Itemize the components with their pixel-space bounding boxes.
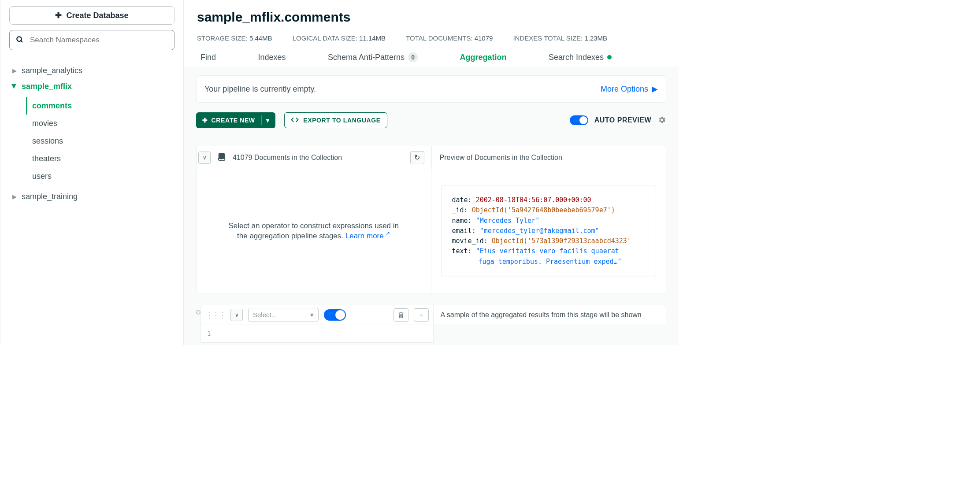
search-namespaces[interactable] — [9, 30, 174, 50]
stage-row: ⋮⋮⋮ ∨ Select... ▾ + — [200, 305, 666, 325]
divider — [261, 115, 262, 125]
collection-list: comments movies sessions theaters users — [26, 97, 174, 185]
collection-label: sessions — [32, 137, 63, 146]
tab-search-indexes[interactable]: Search Indexes — [549, 52, 612, 67]
stage-results-hint: A sample of the aggregated results from … — [441, 311, 642, 319]
doc-key: name: — [452, 217, 472, 225]
doc-value: "Mercedes Tyler" — [476, 217, 540, 225]
svg-point-0 — [17, 37, 22, 41]
search-icon — [16, 36, 24, 45]
doc-key: date: — [452, 196, 472, 204]
drag-handle-icon[interactable]: ⋮⋮⋮ — [205, 310, 225, 320]
collection-label: movies — [32, 119, 57, 128]
database-tree: ▶ sample_analytics ▶ sample_mflix commen… — [9, 63, 174, 204]
delete-stage-button[interactable] — [393, 308, 408, 322]
tab-find[interactable]: Find — [200, 52, 216, 67]
create-new-label: CREATE NEW — [212, 117, 255, 124]
tab-schema[interactable]: Schema Anti-Patterns 0 — [328, 52, 418, 67]
db-row-sample-training[interactable]: ▶ sample_training — [10, 189, 174, 204]
operator-hint: Select an operator to construct expressi… — [197, 169, 431, 293]
more-options-label: More Options — [601, 85, 648, 94]
pipeline-toolbar: ✚ CREATE NEW ▾ EXPORT TO LANGUAGE AUTO — [196, 112, 666, 128]
stat-indexes: INDEXES TOTAL SIZE: 1.23MB — [513, 34, 607, 42]
doc-key: _id: — [452, 206, 468, 214]
stat-value: 11.14MB — [359, 34, 386, 42]
gear-icon[interactable] — [657, 115, 666, 126]
doc-value: 2002-08-18T04:56:07.000+00:00 — [476, 196, 591, 204]
collection-item-comments[interactable]: comments — [26, 97, 174, 115]
database-icon — [218, 152, 226, 163]
operator-select[interactable]: Select... ▾ — [248, 308, 319, 322]
pipeline-source-card: ∨ 41079 Documents in the Collection ↻ — [196, 146, 666, 293]
code-editor-line[interactable]: 1 — [200, 325, 434, 343]
tab-aggregation[interactable]: Aggregation — [460, 52, 506, 67]
db-label: sample_analytics — [22, 66, 82, 75]
plus-icon: ✚ — [202, 117, 208, 124]
line-number: 1 — [207, 330, 211, 337]
stage-enabled-toggle[interactable] — [324, 309, 346, 321]
doc-value: ObjectId('573a1390f29313caabcd4323' — [492, 237, 631, 245]
add-stage-button[interactable]: + — [414, 308, 429, 322]
learn-more-label: Learn more — [345, 232, 384, 240]
tabs: Find Indexes Schema Anti-Patterns 0 Aggr… — [197, 52, 664, 67]
doc-count-suffix: Documents in the Collection — [254, 154, 342, 161]
collection-item-movies[interactable]: movies — [26, 115, 174, 132]
auto-preview-label: AUTO PREVIEW — [594, 116, 651, 124]
select-placeholder: Select... — [253, 311, 277, 318]
collection-item-sessions[interactable]: sessions — [26, 132, 174, 150]
tab-label: Indexes — [258, 53, 286, 62]
stat-label: STORAGE SIZE: — [197, 34, 248, 42]
main-panel: sample_mflix.comments STORAGE SIZE: 5.44… — [184, 0, 679, 345]
stage-collapse-toggle[interactable]: ∨ — [230, 309, 243, 321]
doc-value: "mercedes_tyler@fakegmail.com" — [480, 227, 599, 235]
create-database-button[interactable]: ✚ Create Database — [9, 6, 174, 25]
chevron-right-icon: ▶ — [652, 84, 658, 94]
search-namespaces-input[interactable] — [30, 36, 168, 44]
documents-count: 41079 Documents in the Collection — [233, 154, 342, 162]
preview-heading: Preview of Documents in the Collection — [440, 154, 562, 162]
export-label: EXPORT TO LANGUAGE — [303, 117, 380, 124]
refresh-button[interactable]: ↻ — [410, 151, 424, 164]
learn-more-link[interactable]: Learn more ↗ — [345, 232, 390, 240]
db-row-sample-analytics[interactable]: ▶ sample_analytics — [10, 63, 174, 78]
document-preview: date: 2002-08-18T04:56:07.000+00:00 _id:… — [431, 169, 666, 293]
stat-value: 5.44MB — [249, 34, 272, 42]
sidebar: ✚ Create Database ▶ sample_analytics ▶ s… — [0, 0, 184, 345]
caret-right-icon: ▶ — [11, 193, 18, 200]
collection-header: sample_mflix.comments STORAGE SIZE: 5.44… — [184, 0, 679, 67]
chevron-down-icon: ▾ — [266, 117, 270, 124]
chevron-down-icon: ▾ — [310, 311, 314, 319]
doc-key: email: — [452, 227, 476, 235]
doc-value: fuga temporibus. Praesentium exped…" — [479, 258, 622, 266]
plus-icon: ✚ — [55, 11, 62, 20]
schema-badge: 0 — [408, 52, 418, 62]
export-language-button[interactable]: EXPORT TO LANGUAGE — [284, 112, 387, 128]
more-options-link[interactable]: More Options ▶ — [601, 84, 658, 94]
db-row-sample-mflix[interactable]: ▶ sample_mflix — [10, 78, 174, 94]
caret-down-icon: ▶ — [11, 83, 18, 90]
tab-indexes[interactable]: Indexes — [258, 52, 286, 67]
collapse-toggle[interactable]: ∨ — [198, 152, 211, 164]
doc-value: "Eius veritatis vero facilis quaerat — [476, 247, 619, 255]
tab-label: Search Indexes — [549, 53, 604, 62]
stat-label: TOTAL DOCUMENTS: — [406, 34, 472, 42]
auto-preview-toggle[interactable] — [570, 115, 588, 125]
create-database-label: Create Database — [66, 11, 128, 20]
doc-key: text: — [452, 247, 472, 255]
collection-stats: STORAGE SIZE: 5.44MB LOGICAL DATA SIZE: … — [197, 34, 664, 42]
hint-text: the aggregation pipeline stages. — [237, 232, 343, 240]
collection-item-theaters[interactable]: theaters — [26, 150, 174, 167]
stage-marker-icon — [196, 310, 200, 314]
stat-value: 1.23MB — [584, 34, 607, 42]
db-label: sample_mflix — [22, 82, 72, 91]
stat-docs: TOTAL DOCUMENTS: 41079 — [406, 34, 493, 42]
stat-storage: STORAGE SIZE: 5.44MB — [197, 34, 272, 42]
pipeline-empty-banner: Your pipeline is currently empty. More O… — [196, 75, 666, 103]
stat-logical: LOGICAL DATA SIZE: 11.14MB — [293, 34, 386, 42]
tab-label: Schema Anti-Patterns — [328, 53, 405, 62]
document-preview-card: date: 2002-08-18T04:56:07.000+00:00 _id:… — [441, 185, 657, 277]
external-link-icon: ↗ — [386, 230, 390, 237]
collection-item-users[interactable]: users — [26, 167, 174, 185]
create-new-button[interactable]: ✚ CREATE NEW ▾ — [196, 112, 275, 128]
tab-label: Aggregation — [460, 53, 506, 62]
